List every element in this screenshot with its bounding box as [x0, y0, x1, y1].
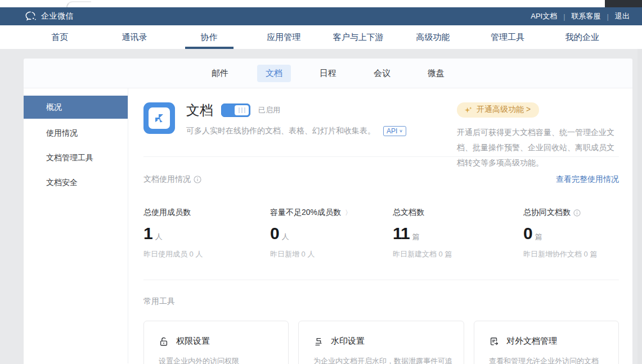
topbar-separator: |: [607, 12, 609, 21]
app-title: 文档: [186, 101, 213, 119]
stat-subtext: 昨日新建文档 0 篇: [393, 249, 523, 259]
stat-total-members: 总使用成员数 1 人 昨日使用成员 0 人: [143, 208, 270, 259]
card-description: 设置企业内外的访问权限: [159, 356, 277, 364]
card-watermark-settings[interactable]: 水印设置 为企业内文档开启水印，数据泄露事件可追: [298, 321, 464, 364]
stat-label: 总使用成员数: [143, 208, 270, 218]
app-description: 可多人实时在线协作的文档、表格、幻灯片和收集表。: [186, 126, 375, 136]
sidebar-item-usage[interactable]: 使用情况: [24, 120, 128, 145]
browser-tab-corner: [66, 1, 91, 7]
scrollbar[interactable]: [637, 49, 642, 364]
nav-item-home[interactable]: 首页: [23, 25, 97, 49]
topbar-separator: |: [563, 12, 565, 21]
info-icon[interactable]: [573, 209, 581, 217]
browser-chrome-strip: [0, 0, 642, 7]
enable-toggle[interactable]: [221, 104, 250, 117]
api-dropdown-label: API: [387, 127, 397, 135]
nav-item-admin-tools[interactable]: 管理工具: [470, 25, 545, 49]
browser-chrome-dark-block: [605, 0, 642, 7]
stat-subtext: 昨日新增 0 人: [270, 249, 393, 259]
chevron-right-icon: 〉: [345, 208, 352, 218]
docs-app-icon: [143, 102, 175, 134]
subtabs: 邮件 文档 日程 会议 微盘: [24, 59, 632, 88]
enable-toggle-knob: [235, 105, 249, 115]
card-title: 水印设置: [331, 336, 365, 347]
nav-item-app-management[interactable]: 应用管理: [246, 25, 321, 49]
stat-subtext: 昨日新增协作文档 0 篇: [523, 249, 619, 259]
card-title-row: 权限设置: [159, 336, 277, 347]
watermark-icon: [313, 336, 324, 347]
subtab-meeting[interactable]: 会议: [365, 65, 399, 82]
app-logo-text: 企业微信: [41, 11, 74, 21]
app-title-row: 文档 已启用: [186, 101, 406, 119]
upgrade-premium-button[interactable]: 开通高级功能 >: [457, 102, 539, 118]
usage-stats-row: 总使用成员数 1 人 昨日使用成员 0 人 容量不足20%成员数 〉 0: [143, 208, 619, 259]
doc-export-icon: [489, 336, 499, 347]
app-status-text: 已启用: [258, 105, 280, 115]
stat-subtext: 昨日使用成员 0 人: [143, 249, 270, 259]
card-title: 对外文档管理: [506, 336, 557, 347]
premium-panel: 开通高级功能 > 开通后可获得更大文档容量、统一管理企业文档、批量操作预警、企业…: [457, 102, 619, 170]
api-dropdown-button[interactable]: API ∨: [383, 126, 406, 136]
body-row: 概况 使用情况 文档管理工具 文档安全: [24, 88, 632, 363]
nav-item-customers[interactable]: 客户与上下游: [321, 25, 396, 49]
stat-collab-docs: 总协同文档数 0 篇 昨日新增协作文档 0 篇: [523, 208, 619, 259]
topbar: 企业微信 API文档 | 联系客服 | 退出: [0, 7, 642, 25]
card-permission-settings[interactable]: 权限设置 设置企业内外的访问权限: [143, 321, 289, 364]
usage-section-title-wrap: 文档使用情况: [143, 174, 201, 185]
app-logo[interactable]: 企业微信: [25, 11, 74, 21]
sidebar: 概况 使用情况 文档管理工具 文档安全: [24, 88, 128, 363]
sidebar-item-overview[interactable]: 概况: [24, 96, 128, 119]
card-external-doc-management[interactable]: 对外文档管理 查看和管理允许企业外访问的文档: [474, 321, 619, 364]
topbar-link-contact-support[interactable]: 联系客服: [569, 11, 603, 21]
stat-label: 总协同文档数: [523, 208, 619, 218]
tools-section-title: 常用工具: [143, 296, 619, 307]
main-panel: 文档 已启用 可多人实时在线协作的文档、表格、幻灯片和收集表。 API ∨: [128, 88, 632, 363]
view-full-usage-link[interactable]: 查看完整使用情况: [556, 174, 619, 185]
usage-section-title: 文档使用情况: [143, 174, 191, 185]
subtab-mail[interactable]: 邮件: [203, 65, 237, 82]
card-title-row: 对外文档管理: [489, 336, 607, 347]
stat-label[interactable]: 容量不足20%成员数 〉: [270, 208, 393, 218]
content-card: 邮件 文档 日程 会议 微盘 概况 使用情况 文档管理工具 文档安全: [24, 59, 632, 364]
wecom-chat-bubble-icon: [25, 11, 37, 21]
lock-icon: [159, 336, 169, 347]
stat-value: 0 人: [270, 224, 393, 243]
stat-value: 1 人: [143, 224, 270, 243]
topbar-link-api-docs[interactable]: API文档: [528, 11, 559, 21]
docs-app-icon-inner: [149, 107, 170, 129]
premium-description: 开通后可获得更大文档容量、统一管理企业文档、批量操作预警、企业回收站、离职成员文…: [457, 125, 619, 170]
upgrade-premium-label: 开通高级功能 >: [477, 105, 531, 115]
sidebar-item-doc-security[interactable]: 文档安全: [24, 170, 128, 195]
sparkle-icon: [464, 106, 473, 114]
stat-value: 11 篇: [393, 224, 523, 243]
stat-total-docs: 总文档数 11 篇 昨日新建文档 0 篇: [393, 208, 523, 259]
stat-value: 0 篇: [523, 224, 619, 243]
nav-item-contacts[interactable]: 通讯录: [97, 25, 172, 49]
card-title-row: 水印设置: [313, 336, 452, 347]
nav-item-my-company[interactable]: 我的企业: [545, 25, 619, 49]
scroll-gutter: [632, 49, 642, 364]
nav-item-advanced-features[interactable]: 高级功能: [396, 25, 470, 49]
sidebar-item-doc-tools[interactable]: 文档管理工具: [24, 145, 128, 170]
subtab-drive[interactable]: 微盘: [419, 65, 453, 82]
app-description-row: 可多人实时在线协作的文档、表格、幻灯片和收集表。 API ∨: [186, 126, 406, 136]
card-title: 权限设置: [176, 336, 210, 347]
card-description: 查看和管理允许企业外访问的文档: [489, 356, 607, 364]
stat-low-capacity-members: 容量不足20%成员数 〉 0 人 昨日新增 0 人: [270, 208, 393, 259]
section-divider: [143, 280, 619, 280]
subtab-schedule[interactable]: 日程: [311, 65, 345, 82]
app-header-text: 文档 已启用 可多人实时在线协作的文档、表格、幻灯片和收集表。 API ∨: [186, 102, 406, 156]
card-description: 为企业内文档开启水印，数据泄露事件可追: [313, 356, 452, 364]
subtab-docs[interactable]: 文档: [257, 65, 291, 82]
nav-item-collaboration[interactable]: 协作: [172, 25, 246, 49]
usage-section-header: 文档使用情况 查看完整使用情况: [143, 174, 619, 185]
primary-nav: 首页 通讯录 协作 应用管理 客户与上下游 高级功能 管理工具 我的企业: [0, 25, 642, 49]
tools-cards-row: 权限设置 设置企业内外的访问权限: [143, 321, 619, 364]
stat-label: 总文档数: [393, 208, 523, 218]
topbar-links: API文档 | 联系客服 | 退出: [528, 11, 632, 21]
topbar-link-logout[interactable]: 退出: [613, 11, 632, 21]
info-icon[interactable]: [194, 176, 201, 183]
chevron-down-icon: ∨: [399, 129, 403, 133]
